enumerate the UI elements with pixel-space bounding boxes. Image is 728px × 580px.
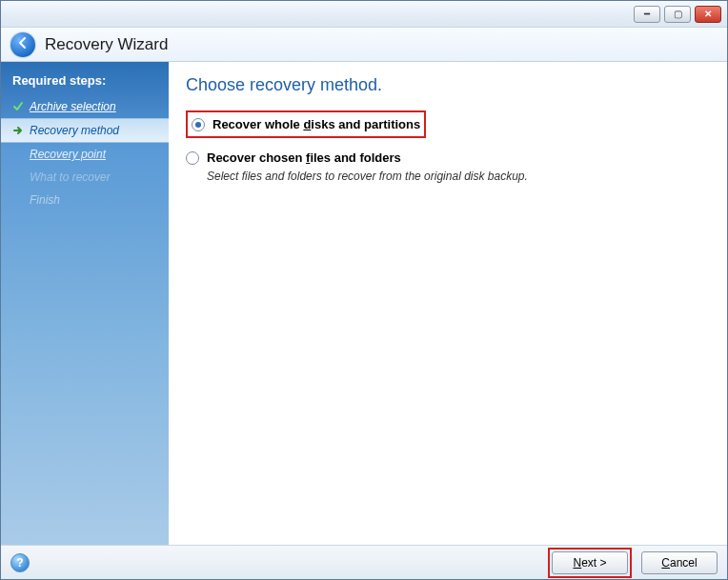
option-label: Recover whole disks and partitions xyxy=(212,117,420,131)
minimize-icon: ━ xyxy=(644,9,650,19)
back-button[interactable] xyxy=(10,32,35,57)
content-title: Choose recovery method. xyxy=(186,75,710,95)
close-icon: ✕ xyxy=(704,9,712,19)
help-button[interactable]: ? xyxy=(10,553,30,572)
step-recovery-point[interactable]: Recovery point xyxy=(1,143,169,166)
option-label: Recover chosen files and folders xyxy=(207,150,401,165)
highlight-box: Next > xyxy=(548,548,632,578)
option-recover-disks[interactable]: Recover whole disks and partitions xyxy=(192,114,420,134)
close-button[interactable]: ✕ xyxy=(695,6,721,23)
option-recover-files[interactable]: Recover chosen files and folders xyxy=(186,148,710,168)
minimize-button[interactable]: ━ xyxy=(634,6,660,23)
maximize-icon: ▢ xyxy=(674,9,682,19)
highlight-box: Recover whole disks and partitions xyxy=(186,110,426,138)
option-description: Select files and folders to recover from… xyxy=(186,168,710,183)
help-icon: ? xyxy=(16,556,23,570)
step-label: Recovery point xyxy=(30,148,106,161)
step-label: What to recover xyxy=(30,170,111,184)
steps-sidebar: Required steps: Archive selection Recove… xyxy=(1,62,169,545)
maximize-button[interactable]: ▢ xyxy=(664,6,691,23)
arrow-right-icon xyxy=(12,125,24,136)
step-archive-selection[interactable]: Archive selection xyxy=(1,95,169,118)
radio-icon xyxy=(186,151,199,165)
step-recovery-method: Recovery method xyxy=(1,118,169,143)
step-finish: Finish xyxy=(1,189,169,211)
next-button[interactable]: Next > xyxy=(552,551,628,574)
step-label: Finish xyxy=(30,193,60,207)
sidebar-section-title: Required steps: xyxy=(1,70,169,95)
step-label: Recovery method xyxy=(30,124,119,137)
window-title: Recovery Wizard xyxy=(45,35,168,54)
radio-icon xyxy=(192,118,205,131)
step-what-to-recover: What to recover xyxy=(1,166,169,189)
content-panel: Choose recovery method. Recover whole di… xyxy=(169,62,727,545)
check-icon xyxy=(12,101,24,112)
cancel-button[interactable]: Cancel xyxy=(641,551,718,574)
arrow-left-icon xyxy=(16,36,30,52)
step-label: Archive selection xyxy=(30,100,116,113)
